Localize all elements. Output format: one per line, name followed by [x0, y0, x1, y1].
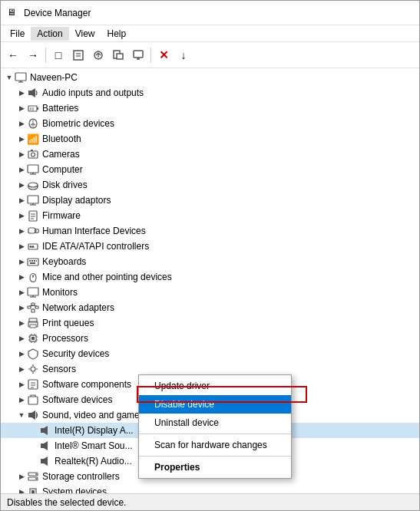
- download-button[interactable]: ↓: [174, 46, 193, 64]
- mice-label: Mice and other pointing devices: [42, 272, 172, 282]
- tree-item-processors[interactable]: ▶ Processors: [1, 331, 419, 346]
- intel-display-label: Intel(R) Display A...: [55, 425, 134, 436]
- chevron-display: ▶: [16, 195, 27, 206]
- ide-label: IDE ATA/ATAPI controllers: [42, 241, 149, 252]
- tree-item-print[interactable]: ▶ Print queues: [1, 315, 419, 331]
- context-menu[interactable]: Update driver Disable device Uninstall d…: [138, 374, 292, 479]
- toolbar-separator-2: [150, 48, 151, 63]
- print-icon: [27, 317, 39, 329]
- keyboards-icon: [27, 256, 39, 268]
- forward-button[interactable]: →: [24, 46, 42, 64]
- window-title: Device Manager: [24, 8, 91, 18]
- tree-item-disk[interactable]: ▶ Disk drives: [1, 177, 419, 193]
- svg-line-61: [29, 305, 33, 306]
- chevron-cameras: ▶: [16, 149, 27, 160]
- status-bar: Disables the selected device.: [1, 493, 419, 510]
- chevron-storage: ▶: [16, 471, 27, 482]
- tree-item-keyboards[interactable]: ▶ Keyboards: [1, 254, 419, 269]
- tree-item-computer[interactable]: ▶ Computer: [1, 162, 419, 177]
- menu-view[interactable]: View: [69, 27, 101, 41]
- tree-item-monitors[interactable]: ▶ Monitors: [1, 285, 419, 300]
- scan-hardware-button[interactable]: [109, 46, 127, 64]
- svg-rect-47: [36, 260, 37, 262]
- computer-label: Computer: [42, 164, 83, 175]
- tree-item-security[interactable]: ▶ Security devices: [1, 346, 419, 361]
- storage-label: Storage controllers: [42, 471, 120, 482]
- menu-file[interactable]: File: [4, 27, 31, 41]
- svg-point-29: [28, 183, 38, 187]
- svg-rect-56: [28, 306, 31, 308]
- realtek-label: Realtek(R) Audio...: [55, 456, 132, 466]
- svg-rect-20: [28, 151, 38, 158]
- svg-point-21: [31, 153, 35, 157]
- chevron-hid: ▶: [16, 226, 27, 236]
- tree-item-batteries[interactable]: ▶ Batteries: [1, 101, 419, 116]
- swdevices-label: Software devices: [42, 394, 112, 405]
- pc-icon: [15, 71, 27, 84]
- chevron-network: ▶: [16, 302, 27, 313]
- svg-rect-86: [41, 443, 44, 448]
- tree-item-mice[interactable]: ▶ Mice and other pointing devices: [1, 269, 419, 285]
- svg-rect-65: [30, 325, 36, 328]
- storage-icon: [27, 470, 39, 483]
- processors-icon: [27, 332, 39, 345]
- tree-item-audio[interactable]: ▶ Audio inputs and outputs: [1, 85, 419, 101]
- context-menu-disable-device[interactable]: Disable device: [139, 395, 291, 414]
- remove-button[interactable]: ✕: [154, 46, 173, 64]
- properties-button[interactable]: [69, 46, 88, 64]
- tree-item-hid[interactable]: ▶ Human Interface Devices: [1, 223, 419, 239]
- biometric-icon: [27, 117, 39, 130]
- tree-item-network[interactable]: ▶ Network adapters: [1, 300, 419, 315]
- svg-rect-82: [28, 413, 31, 417]
- chevron-pc: ▼: [4, 72, 15, 83]
- menu-action[interactable]: Action: [31, 27, 68, 41]
- computer-button[interactable]: [129, 46, 147, 64]
- chevron-print: ▶: [16, 318, 27, 328]
- tree-item-system[interactable]: ▶ System devices: [1, 484, 419, 493]
- chevron-swdevices: ▶: [16, 394, 27, 405]
- tree-item-display[interactable]: ▶ Display adaptors: [1, 193, 419, 208]
- sensors-icon: [27, 363, 39, 375]
- svg-point-41: [30, 246, 32, 248]
- svg-rect-43: [28, 259, 38, 265]
- menu-help[interactable]: Help: [101, 27, 133, 41]
- tree-item-bluetooth[interactable]: ▶ 📶 Bluetooth: [1, 131, 419, 147]
- network-label: Network adapters: [42, 302, 114, 313]
- computer-icon: [27, 163, 39, 176]
- svg-rect-45: [31, 260, 33, 262]
- disk-icon: [27, 179, 39, 191]
- svg-rect-6: [134, 51, 143, 58]
- chevron-security: ▶: [16, 348, 27, 359]
- chevron-ide: ▶: [16, 241, 27, 252]
- context-menu-separator-2: [139, 456, 291, 457]
- bluetooth-icon: 📶: [27, 133, 39, 145]
- swcomponents-icon: [27, 378, 39, 391]
- context-menu-uninstall-device[interactable]: Uninstall device: [139, 414, 291, 432]
- context-menu-scan-hardware[interactable]: Scan for hardware changes: [139, 436, 291, 454]
- hid-icon: [27, 225, 39, 237]
- chevron-firmware: ▶: [16, 210, 27, 221]
- svg-rect-52: [28, 288, 38, 295]
- update-driver-button[interactable]: [89, 46, 107, 64]
- tree-item-cameras[interactable]: ▶ Cameras: [1, 147, 419, 162]
- chevron-sound: ▼: [16, 410, 27, 420]
- back-button[interactable]: ←: [4, 46, 22, 64]
- cameras-label: Cameras: [42, 149, 80, 160]
- show-hide-button[interactable]: □: [49, 46, 68, 64]
- cameras-icon: [27, 148, 39, 160]
- svg-point-93: [35, 478, 37, 480]
- svg-rect-58: [31, 303, 35, 305]
- chevron-swcomponents: ▶: [16, 379, 27, 390]
- tree-item-pc[interactable]: ▼ Naveen-PC: [1, 70, 419, 85]
- tree-item-ide[interactable]: ▶ IDE ATA/ATAPI controllers: [1, 239, 419, 254]
- realtek-icon: [39, 455, 51, 467]
- print-label: Print queues: [42, 318, 94, 328]
- context-menu-update-driver[interactable]: Update driver: [139, 377, 291, 395]
- context-menu-properties[interactable]: Properties: [139, 458, 291, 476]
- tree-item-firmware[interactable]: ▶ Firmware: [1, 208, 419, 223]
- tree-item-biometric[interactable]: ▶ Biometric devices: [1, 116, 419, 131]
- system-icon: [27, 486, 39, 493]
- svg-rect-0: [74, 51, 83, 60]
- batteries-icon: [27, 102, 39, 114]
- intel-smart-icon: [39, 440, 51, 452]
